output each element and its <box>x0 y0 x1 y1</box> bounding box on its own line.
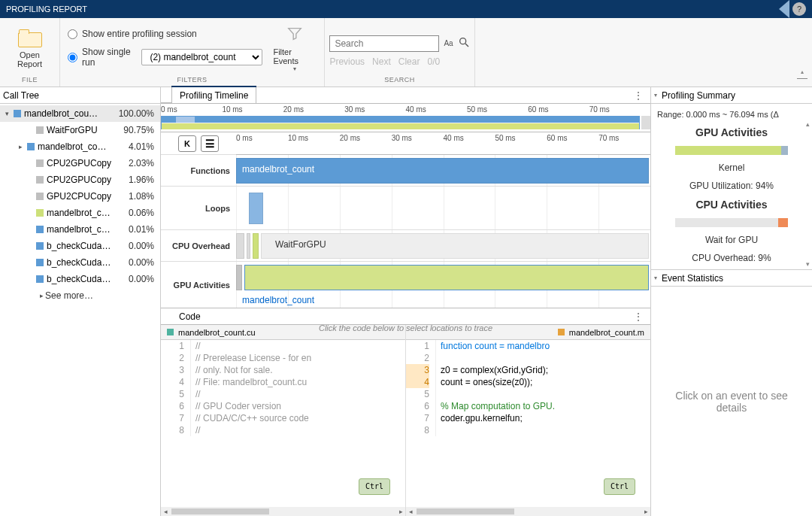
hscroll-cu[interactable]: ◂▸ <box>161 507 405 516</box>
scroll-down-icon[interactable]: ▾ <box>803 260 812 269</box>
row-percent: 1.08% <box>112 191 154 202</box>
code-area-cu[interactable]: 12345678 //// Prerelease License - for e… <box>161 340 405 507</box>
row-percent: 4.01% <box>112 141 154 152</box>
open-report-button[interactable]: Open Report <box>8 50 52 68</box>
ctrl-pill-m: Ctrl <box>604 478 635 495</box>
segment-gpu-link[interactable]: mandelbrot_count <box>242 295 314 305</box>
call-tree-row[interactable]: b_checkCudaEr…0.00% <box>0 271 160 287</box>
see-more-row[interactable]: ▸ See more… <box>0 287 160 304</box>
row-canvas-functions[interactable]: mandelbrot_count <box>236 155 650 186</box>
code-menu-icon[interactable]: ⋮ <box>634 311 650 322</box>
call-tree-rows[interactable]: ▾mandelbrot_cou…100.00%WaitForGPU90.75%▸… <box>0 105 160 516</box>
color-swatch <box>36 275 44 283</box>
row-label-functions: Functions <box>161 155 236 186</box>
timeline-menu-icon[interactable]: ⋮ <box>634 90 650 101</box>
row-percent: 100.00% <box>112 108 154 119</box>
tab-profiling-timeline[interactable]: Profiling Timeline <box>171 87 256 103</box>
color-swatch <box>36 242 44 250</box>
row-canvas-cpu[interactable]: WaitForGPU <box>236 230 650 261</box>
row-label: mandelbrot_co… <box>47 208 112 218</box>
radio-show-single[interactable]: Show single run (2) mandelbrot_count <box>68 47 262 68</box>
timeline-main-ruler[interactable]: 0 ms10 ms20 ms30 ms40 ms50 ms60 ms70 ms <box>236 132 650 155</box>
section-label-filters: FILTERS <box>177 73 208 83</box>
cpu-activities-title: CPU Activities <box>695 199 767 211</box>
filter-events-button[interactable]: Filter Events ▾ <box>273 26 317 72</box>
call-tree-header: Call Tree <box>0 87 160 104</box>
color-swatch <box>14 110 21 117</box>
cpu-caption: Wait for GPU <box>705 235 758 245</box>
toggle-kernel-view[interactable]: K <box>178 135 196 152</box>
hscroll-m[interactable]: ◂▸ <box>406 507 650 516</box>
call-tree-row[interactable]: ▾mandelbrot_cou…100.00% <box>0 105 160 122</box>
code-pane-cu: mandelbrot_count.cu 12345678 //// Prerel… <box>161 325 406 516</box>
call-tree-row[interactable]: CPU2GPUCopy1.96% <box>0 171 160 188</box>
toolstrip-collapse[interactable] <box>797 74 807 82</box>
filter-events-label: Filter Events <box>273 47 317 65</box>
scroll-up-icon[interactable]: ▴ <box>803 120 812 129</box>
row-canvas-gpu[interactable]: mandelbrot_count <box>236 262 650 308</box>
row-label: GPU2CPUCopy <box>47 191 112 202</box>
search-previous[interactable]: Previous <box>329 56 365 67</box>
call-tree-row[interactable]: GPU2CPUCopy1.08% <box>0 188 160 205</box>
run-select[interactable]: (2) mandelbrot_count <box>141 49 262 65</box>
call-tree-row[interactable]: CPU2GPUCopy2.03% <box>0 155 160 171</box>
right-panel: ▾ Profiling Summary ▴ Range: 0.000 ms ~ … <box>651 87 812 516</box>
radio-single-input[interactable] <box>68 53 77 62</box>
toggle-list-view[interactable]: ☰ <box>201 135 219 152</box>
radio-show-entire[interactable]: Show entire profiling session <box>68 29 262 39</box>
segment-cpu-label: WaitForGPU <box>275 239 326 250</box>
event-statistics-header[interactable]: ▾ Event Statistics <box>651 270 812 287</box>
expander-icon[interactable]: ▸ <box>17 143 24 150</box>
call-tree-row[interactable]: ▸mandelbrot_co…4.01% <box>0 138 160 155</box>
row-percent: 2.03% <box>112 158 154 168</box>
row-percent: 0.01% <box>112 224 154 235</box>
folder-icon[interactable] <box>18 29 42 47</box>
ctrl-pill-cu: Ctrl <box>359 478 390 495</box>
help-button[interactable]: ? <box>792 2 806 16</box>
summary-header-label: Profiling Summary <box>662 90 735 101</box>
call-tree-row[interactable]: b_checkCudaEr…0.00% <box>0 254 160 271</box>
code-area-m[interactable]: 12345678 function count = mandelbroz0 = … <box>406 340 650 507</box>
search-next[interactable]: Next <box>372 56 391 67</box>
row-canvas-loops[interactable] <box>236 187 650 229</box>
call-tree-row[interactable]: b_checkCudaEr…0.00% <box>0 238 160 254</box>
title-bar: PROFILING REPORT ? <box>0 0 812 18</box>
cu-tab-label: mandelbrot_count.cu <box>178 328 256 337</box>
code-header-label: Code <box>161 311 201 322</box>
cpu-overhead: CPU Overhead: 9% <box>692 253 771 263</box>
gpu-activities-bar <box>675 146 788 155</box>
search-input[interactable] <box>329 35 439 52</box>
radio-entire-input[interactable] <box>68 29 77 39</box>
row-percent: 0.06% <box>112 208 154 218</box>
search-clear[interactable]: Clear <box>398 56 420 67</box>
timeline-overview-ruler[interactable]: 0 ms10 ms20 ms30 ms40 ms50 ms60 ms70 ms <box>161 104 650 132</box>
row-label: mandelbrot_cou… <box>24 108 112 119</box>
row-label: CPU2GPUCopy <box>47 175 112 185</box>
color-swatch <box>27 143 35 150</box>
color-swatch <box>36 176 44 184</box>
report-title: PROFILING REPORT <box>6 5 87 14</box>
call-tree-row[interactable]: WaitForGPU90.75% <box>0 122 160 138</box>
expander-icon[interactable]: ▾ <box>3 110 11 117</box>
tab-label: Profiling Timeline <box>180 90 248 101</box>
row-percent: 0.00% <box>112 241 154 251</box>
gpu-activities-title: GPU Activities <box>695 126 768 138</box>
row-percent: 0.00% <box>112 257 154 268</box>
call-tree-row[interactable]: mandelbrot_cou…0.01% <box>0 221 160 238</box>
match-case-toggle[interactable]: Aa <box>444 39 453 47</box>
overview-scrollbar[interactable] <box>641 116 650 129</box>
gpu-caption: Kernel <box>719 162 745 173</box>
row-label: CPU2GPUCopy <box>47 158 112 168</box>
row-label-gpu: GPU Activities <box>161 262 236 308</box>
collapse-icon-2: ▾ <box>654 275 657 281</box>
search-icon[interactable] <box>458 36 470 51</box>
timeline-tabbar: Profiling Timeline ⋮ <box>161 87 650 104</box>
row-label: b_checkCudaEr… <box>47 274 112 284</box>
row-label: mandelbrot_co… <box>38 141 112 152</box>
search-count: 0/0 <box>427 56 440 67</box>
call-tree-row[interactable]: mandelbrot_co…0.06% <box>0 205 160 221</box>
profiling-summary-body: ▴ Range: 0.000 ms ~ 76.094 ms (Δ GPU Act… <box>651 104 812 270</box>
toolstrip: Open Report FILE Show entire profiling s… <box>0 18 812 87</box>
profiling-summary-header[interactable]: ▾ Profiling Summary <box>651 87 812 104</box>
cpu-activities-bar <box>675 218 788 227</box>
